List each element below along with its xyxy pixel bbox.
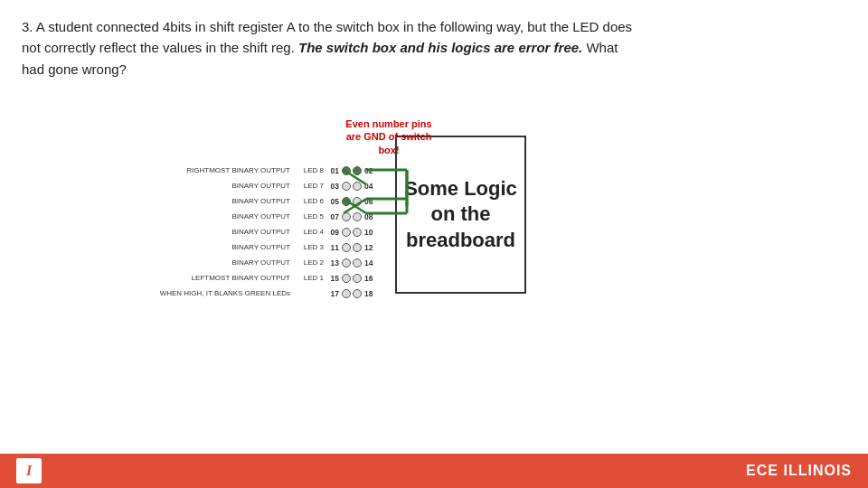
led-label: LED 4: [294, 228, 326, 236]
bold-statement: The switch box and his logics are error …: [298, 40, 582, 55]
pin-left: 17: [326, 289, 341, 298]
pin-circle-left: [342, 243, 351, 252]
annotation-label: Even number pins are GND of switch box!: [335, 117, 443, 156]
illinois-i-logo: I: [16, 458, 42, 483]
table-row: BINARY OUTPUTLED 40910: [154, 224, 377, 239]
table-row: BINARY OUTPUTLED 31112: [154, 239, 377, 255]
pin-right: 04: [363, 182, 377, 191]
row-desc: BINARY OUTPUT: [154, 243, 294, 251]
pin-left: 07: [326, 212, 341, 221]
pin-right: 02: [363, 166, 377, 175]
switch-box-table: RIGHTMOST BINARY OUTPUTLED 80102BINARY O…: [154, 163, 377, 301]
row-desc: BINARY OUTPUT: [154, 212, 294, 221]
pin-circle-right: [353, 289, 362, 298]
led-label: LED 2: [294, 258, 326, 267]
pin-left: 09: [326, 228, 341, 237]
illinois-logo: I: [16, 458, 42, 483]
table-and-annotation: Even number pins are GND of switch box!: [154, 127, 377, 301]
pin-right: 06: [363, 197, 377, 206]
table-row: BINARY OUTPUTLED 70304: [154, 178, 377, 193]
pin-circle-right: [353, 274, 362, 283]
led-label: LED 7: [294, 182, 326, 190]
pin-circle-right: [353, 228, 362, 237]
row-desc: BINARY OUTPUT: [154, 182, 294, 190]
pin-circle-left: [342, 212, 351, 221]
pin-right: 10: [363, 228, 377, 237]
pin-right: 08: [363, 212, 377, 221]
ece-illinois-text: ECE ILLINOIS: [746, 463, 852, 479]
pin-left: 03: [326, 182, 341, 191]
question-text: 3. A student connected 4bits in shift re…: [22, 16, 637, 80]
pin-circle-left: [342, 197, 351, 206]
logic-box: Some Logic on the breadboard: [395, 136, 526, 294]
pins-table: RIGHTMOST BINARY OUTPUTLED 80102BINARY O…: [154, 163, 377, 301]
pin-left: 01: [326, 166, 341, 175]
pin-circle-left: [342, 166, 351, 175]
pin-right: 18: [363, 289, 377, 298]
diagram-wrapper: Even number pins are GND of switch box!: [154, 127, 526, 301]
table-row: BINARY OUTPUTLED 60506: [154, 193, 377, 209]
table-row: RIGHTMOST BINARY OUTPUTLED 80102: [154, 163, 377, 178]
pin-circle-left: [342, 289, 351, 298]
row-desc: BINARY OUTPUT: [154, 228, 294, 236]
pin-right: 16: [363, 274, 377, 283]
table-row: WHEN HIGH, IT BLANKS GREEN LEDs1718: [154, 286, 377, 301]
pin-circle-right: [353, 258, 362, 267]
pin-left: 13: [326, 258, 341, 267]
bottom-bar: I ECE ILLINOIS: [0, 454, 868, 488]
row-desc: BINARY OUTPUT: [154, 197, 294, 205]
pin-right: 14: [363, 258, 377, 267]
logic-box-text: Some Logic on the breadboard: [404, 176, 517, 254]
pin-circle-right: [353, 166, 362, 175]
pin-circle-right: [353, 212, 362, 221]
pin-circle-left: [342, 274, 351, 283]
row-desc: LEFTMOST BINARY OUTPUT: [154, 274, 294, 282]
pin-circle-left: [342, 258, 351, 267]
row-desc: BINARY OUTPUT: [154, 258, 294, 267]
pin-circle-right: [353, 243, 362, 252]
pin-circle-right: [353, 182, 362, 191]
pin-left: 15: [326, 274, 341, 283]
led-label: LED 3: [294, 243, 326, 251]
led-label: LED 5: [294, 212, 326, 221]
row-desc: WHEN HIGH, IT BLANKS GREEN LEDs: [154, 289, 294, 297]
main-content: 3. A student connected 4bits in shift re…: [0, 0, 868, 80]
table-row: BINARY OUTPUTLED 21314: [154, 255, 377, 270]
row-desc: RIGHTMOST BINARY OUTPUT: [154, 166, 294, 174]
table-row: BINARY OUTPUTLED 50708: [154, 209, 377, 224]
led-label: LED 8: [294, 166, 326, 174]
led-label: LED 6: [294, 197, 326, 205]
pin-right: 12: [363, 243, 377, 252]
pin-circle-right: [353, 197, 362, 206]
table-row: LEFTMOST BINARY OUTPUTLED 11516: [154, 270, 377, 286]
pin-circle-left: [342, 228, 351, 237]
pin-left: 05: [326, 197, 341, 206]
pin-left: 11: [326, 243, 341, 252]
led-label: LED 1: [294, 274, 326, 282]
pin-circle-left: [342, 182, 351, 191]
